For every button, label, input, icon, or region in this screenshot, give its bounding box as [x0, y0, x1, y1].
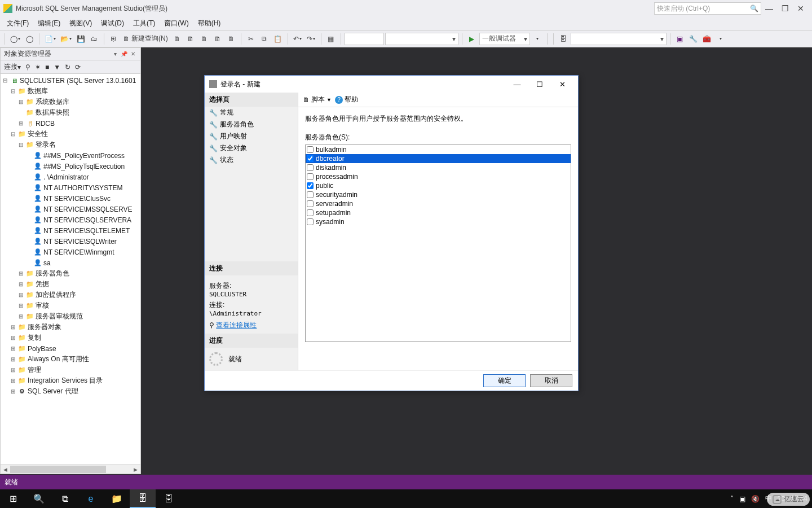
tb-dax-button[interactable]: 🗎	[225, 33, 237, 45]
nav-back-button[interactable]: ◯▾	[8, 33, 22, 45]
tree-login-item[interactable]: 👤NT SERVICE\Winmgmt	[1, 247, 140, 257]
tree-replication[interactable]: ⊞📁复制	[1, 332, 140, 343]
redo-button[interactable]: ↷▾	[305, 33, 317, 45]
tree-mgmt[interactable]: ⊞📁管理	[1, 365, 140, 375]
tree-login-item[interactable]: 👤NT SERVICE\ClusSvc	[1, 193, 140, 204]
tree-rdcb[interactable]: ⊞🛢RDCB	[1, 118, 140, 129]
quick-launch-input[interactable]: 快速启动 (Ctrl+Q) 🔍	[654, 2, 761, 15]
help-button[interactable]: ?帮助	[335, 95, 358, 104]
role-row-public[interactable]: public	[306, 181, 571, 190]
tb-xmla-button[interactable]: 🗎	[211, 33, 224, 45]
page-securables[interactable]: 🔧安全对象	[205, 142, 298, 154]
role-checkbox-bulkadmin[interactable]	[307, 146, 314, 153]
server-manager-icon[interactable]: 🗄	[156, 489, 182, 508]
undo-button[interactable]: ↶▾	[292, 33, 304, 45]
menu-debug[interactable]: 调试(D)	[96, 19, 129, 28]
role-checkbox-diskadmin[interactable]	[307, 164, 314, 171]
ie-icon[interactable]: e	[78, 489, 104, 508]
scroll-thumb[interactable]	[10, 466, 106, 473]
scroll-right-icon[interactable]: ▶	[131, 465, 140, 474]
save-all-button[interactable]: 🗂	[88, 33, 100, 45]
tree-login-item[interactable]: 👤NT AUTHORITY\SYSTEM	[1, 182, 140, 193]
explorer-icon[interactable]: 📁	[104, 489, 130, 508]
tray-dashboard-icon[interactable]: ▣	[739, 495, 745, 503]
properties-button[interactable]: ▦	[325, 33, 337, 45]
tree-login-item[interactable]: 👤NT SERVICE\SQLTELEMET	[1, 225, 140, 236]
tree-srvobj[interactable]: ⊞📁服务器对象	[1, 322, 140, 332]
find-combo[interactable]: ▾	[571, 33, 667, 45]
role-checkbox-setupadmin[interactable]	[307, 209, 314, 216]
tree-login-item[interactable]: 👤sa	[1, 257, 140, 268]
tree-alwayson[interactable]: ⊞📁Always On 高可用性	[1, 354, 140, 365]
ssms-task-icon[interactable]: 🗄	[130, 489, 156, 508]
page-status[interactable]: 🔧状态	[205, 154, 298, 166]
tb-dmx-button[interactable]: 🗎	[198, 33, 210, 45]
tree-logins[interactable]: ⊟📁登录名	[1, 139, 140, 150]
nav-fwd-button[interactable]: ◯	[23, 33, 36, 45]
oe-stop-icon[interactable]: ✶	[34, 62, 42, 73]
tree-polybase[interactable]: ⊞📁PolyBase	[1, 343, 140, 354]
tree-agent[interactable]: ⊞⚙SQL Server 代理	[1, 386, 140, 397]
role-row-setupadmin[interactable]: setupadmin	[306, 208, 571, 217]
menu-help[interactable]: 帮助(H)	[193, 19, 226, 28]
object-explorer-tree[interactable]: ⊟🖥SQLCLUSTER (SQL Server 13.0.1601 ⊟📁数据库…	[1, 74, 140, 464]
page-general[interactable]: 🔧常规	[205, 107, 298, 119]
tray-volume-icon[interactable]: 🔇	[751, 495, 760, 503]
tree-serverroles[interactable]: ⊞📁服务器角色	[1, 268, 140, 279]
role-row-processadmin[interactable]: processadmin	[306, 172, 571, 181]
tree-login-item[interactable]: 👤NT SERVICE\MSSQLSERVE	[1, 204, 140, 214]
tree-security[interactable]: ⊟📁安全性	[1, 129, 140, 139]
role-checkbox-sysadmin[interactable]	[307, 218, 314, 225]
oe-disconnect-icon[interactable]: ⚲	[24, 62, 32, 73]
horizontal-scrollbar[interactable]: ◀ ▶	[1, 464, 140, 474]
menu-tools[interactable]: 工具(T)	[129, 19, 160, 28]
oe-filter-icon[interactable]: ▼	[52, 62, 61, 73]
copy-button[interactable]: ⧉	[258, 33, 271, 45]
dialog-title-bar[interactable]: 登录名 - 新建 — ☐ ✕	[205, 76, 578, 93]
panel-pin-button[interactable]: 📌	[120, 50, 128, 58]
tb-wrench-button[interactable]: 🔧	[687, 33, 700, 45]
activity-icon[interactable]: ⛨	[108, 33, 120, 45]
role-row-securityadmin[interactable]: securityadmin	[306, 190, 571, 199]
role-checkbox-securityadmin[interactable]	[307, 191, 314, 198]
tree-dbsnap[interactable]: 📁数据库快照	[1, 107, 140, 118]
role-checkbox-dbcreator[interactable]	[307, 155, 314, 162]
debugger-combo[interactable]: 一般调试器▾	[479, 33, 530, 45]
menu-window[interactable]: 窗口(W)	[160, 19, 193, 28]
menu-view[interactable]: 视图(V)	[65, 19, 96, 28]
open-button[interactable]: 📂▾	[59, 33, 73, 45]
maximize-button[interactable]: ❐	[777, 3, 793, 14]
script-button[interactable]: 🗎脚本 ▼	[303, 95, 332, 104]
view-connection-link[interactable]: 查看连接属性	[216, 321, 257, 329]
solution-combo[interactable]	[345, 33, 384, 45]
panel-close-button[interactable]: ✕	[129, 50, 137, 58]
tb-mdx-button[interactable]: 🗎	[184, 33, 197, 45]
tree-databases[interactable]: ⊟📁数据库	[1, 86, 140, 97]
tree-credentials[interactable]: ⊞📁凭据	[1, 279, 140, 290]
close-button[interactable]: ✕	[793, 3, 809, 14]
registered-servers-button[interactable]: 🗄	[557, 33, 570, 45]
ok-button[interactable]: 确定	[483, 374, 526, 387]
role-checkbox-serveradmin[interactable]	[307, 200, 314, 207]
dialog-close-button[interactable]: ✕	[551, 76, 573, 92]
tree-login-item[interactable]: 👤NT SERVICE\SQLSERVERA	[1, 214, 140, 225]
tb-layout-button[interactable]: ▣	[674, 33, 686, 45]
cancel-button[interactable]: 取消	[530, 374, 572, 387]
minimize-button[interactable]: —	[761, 3, 777, 14]
tb-overflow-button[interactable]: ▾	[714, 33, 727, 45]
role-checkbox-public[interactable]	[307, 182, 314, 189]
tree-server-node[interactable]: ⊟🖥SQLCLUSTER (SQL Server 13.0.1601	[1, 75, 140, 86]
role-checkbox-processadmin[interactable]	[307, 173, 314, 180]
dialog-maximize-button[interactable]: ☐	[528, 76, 551, 92]
start-button[interactable]: ⊞	[0, 489, 26, 508]
scroll-left-icon[interactable]: ◀	[1, 465, 10, 474]
menu-file[interactable]: 文件(F)	[2, 19, 33, 28]
panel-dropdown-button[interactable]: ▾	[111, 50, 119, 58]
tray-up-icon[interactable]: ˄	[730, 495, 734, 503]
tree-login-item[interactable]: 👤##MS_PolicyTsqlExecution	[1, 161, 140, 172]
tb-toolbox-button[interactable]: 🧰	[701, 33, 713, 45]
search-button[interactable]: 🔍	[26, 489, 52, 508]
connect-button[interactable]: 连接 ▾	[3, 62, 22, 73]
role-row-dbcreator[interactable]: dbcreator	[306, 154, 571, 163]
role-row-sysadmin[interactable]: sysadmin	[306, 217, 571, 226]
